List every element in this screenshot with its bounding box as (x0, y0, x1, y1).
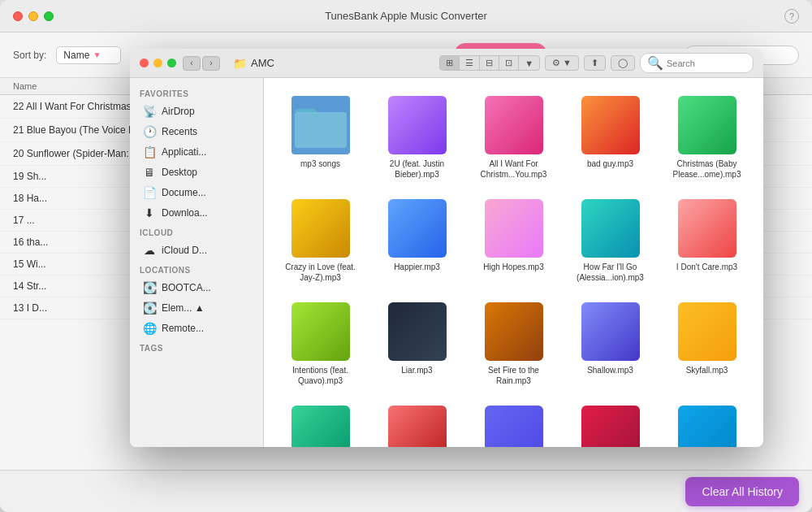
list-item[interactable]: Happier.mp3 (374, 194, 460, 288)
sidebar-item-label: Recents (162, 126, 197, 137)
file-name: Crazy in Love (feat. Jay-Z).mp3 (284, 262, 357, 283)
finder-files-grid: mp3 songs 2U (feat. Justin Bieber).mp3 A… (264, 78, 763, 447)
sort-value: Name (63, 50, 89, 61)
file-name: High Hopes.mp3 (483, 262, 543, 272)
finder-close-button[interactable] (140, 59, 149, 67)
list-item[interactable]: mp3 songs (277, 91, 364, 184)
title-bar: TunesBank Apple Music Converter ? (0, 0, 812, 33)
finder-toolbar-right: ⊞ ☰ ⊟ ⊡ ▼ ⚙ ▼ ⬆ ◯ 🔍 (439, 53, 754, 73)
list-item[interactable]: Sunflower (Spider-...se).mp3 (470, 401, 557, 447)
album-art (678, 96, 736, 154)
list-item[interactable]: Christmas (Baby Please...ome).mp3 (663, 91, 750, 184)
sort-label: Sort by: (13, 50, 46, 61)
finder-search-input[interactable] (667, 59, 756, 68)
tags-section-label: Tags (130, 339, 263, 355)
finder-icon-view[interactable]: ⊞ (440, 56, 460, 70)
airdrop-icon: 📡 (143, 105, 156, 118)
sidebar-item-label: AirDrop (162, 106, 195, 117)
list-item[interactable]: Intentions (feat. Quavo).mp3 (277, 297, 364, 391)
list-item[interactable]: Stay.mp3 (277, 401, 364, 447)
list-item[interactable]: Shallow.mp3 (567, 297, 654, 391)
list-item[interactable]: Crazy in Love (feat. Jay-Z).mp3 (277, 194, 364, 288)
sidebar-item-label: Elem... ▲ (162, 302, 205, 314)
traffic-lights (13, 11, 54, 21)
folder-thumbnail (292, 96, 350, 154)
finder-forward-button[interactable]: › (202, 56, 220, 71)
finder-window: ‹ › 📁 AMC ⊞ ☰ ⊟ ⊡ ▼ ⚙ ▼ ⬆ ◯ 🔍 (130, 49, 763, 447)
sidebar-item-icloud[interactable]: ☁ iCloud D... (133, 241, 260, 260)
finder-minimize-button[interactable] (153, 59, 162, 67)
sidebar-item-downloads[interactable]: ⬇ Downloa... (133, 203, 260, 223)
recents-icon: 🕐 (143, 125, 156, 138)
list-item[interactable]: Set Fire to the Rain.mp3 (470, 297, 557, 391)
file-name: bad guy.mp3 (587, 158, 633, 169)
album-art (581, 199, 640, 258)
sidebar-item-bootca[interactable]: 💽 BOOTCA... (133, 278, 260, 297)
list-item[interactable]: thank u, next.mp3 (567, 401, 654, 447)
sidebar-item-elements[interactable]: 💽 Elem... ▲ (133, 298, 260, 318)
close-button[interactable] (13, 11, 23, 21)
album-art (678, 199, 736, 258)
icloud-icon: ☁ (143, 244, 156, 257)
sidebar-item-airdrop[interactable]: 📡 AirDrop (133, 102, 260, 121)
file-name: Liar.mp3 (401, 365, 432, 375)
sort-select[interactable]: Name ▼ (56, 46, 121, 64)
album-art (485, 199, 543, 258)
list-item[interactable]: Strangers.mp3 (374, 401, 460, 447)
favorites-section-label: Favorites (130, 85, 263, 101)
finder-back-button[interactable]: ‹ (183, 56, 201, 71)
album-art (581, 302, 640, 361)
list-item[interactable]: How Far I'll Go (Alessia...ion).mp3 (567, 194, 654, 288)
finder-nav: ‹ › (183, 56, 220, 71)
album-art (292, 302, 350, 361)
sidebar-item-recents[interactable]: 🕐 Recents (133, 122, 260, 141)
sidebar-item-label: BOOTCA... (162, 282, 211, 293)
finder-tag-button[interactable]: ◯ (611, 55, 635, 71)
sidebar-item-documents[interactable]: 📄 Docume... (133, 183, 260, 202)
file-name: Intentions (feat. Quavo).mp3 (284, 365, 357, 386)
finder-gallery-view[interactable]: ⊡ (499, 56, 519, 70)
album-art (292, 199, 350, 258)
minimize-button[interactable] (28, 11, 38, 21)
list-item[interactable]: Welcome Back (feat. Al...ara).mp3 (663, 401, 750, 447)
list-item[interactable]: I Don't Care.mp3 (663, 194, 750, 288)
sidebar-item-label: iCloud D... (162, 245, 207, 256)
maximize-button[interactable] (44, 11, 54, 21)
list-item[interactable]: All I Want For Christm...You.mp3 (470, 91, 557, 184)
album-art (388, 96, 447, 154)
finder-action-button[interactable]: ⚙ ▼ (545, 55, 579, 71)
list-item[interactable]: High Hopes.mp3 (470, 194, 557, 288)
list-item[interactable]: Skyfall.mp3 (663, 297, 750, 391)
sidebar-item-applications[interactable]: 📋 Applicati... (133, 142, 260, 162)
album-art (388, 302, 447, 361)
sidebar-item-label: Docume... (162, 187, 206, 198)
icloud-section-label: iCloud (130, 223, 263, 240)
folder-icon: 📁 (233, 57, 247, 70)
file-name: 2U (feat. Justin Bieber).mp3 (381, 158, 454, 180)
finder-more-views[interactable]: ▼ (519, 57, 539, 70)
sidebar-item-remote[interactable]: 🌐 Remote... (133, 319, 260, 338)
file-name: Happier.mp3 (394, 262, 440, 272)
album-art (581, 406, 640, 447)
list-item[interactable]: 2U (feat. Justin Bieber).mp3 (374, 91, 460, 184)
list-item[interactable]: Liar.mp3 (374, 297, 460, 391)
main-window: TunesBank Apple Music Converter ? Sort b… (0, 0, 812, 512)
list-item[interactable]: bad guy.mp3 (567, 91, 654, 184)
finder-column-view[interactable]: ⊟ (480, 56, 499, 70)
album-art (485, 406, 543, 447)
album-art (388, 406, 447, 447)
finder-maximize-button[interactable] (167, 59, 176, 67)
file-name: mp3 songs (300, 158, 340, 169)
file-name: How Far I'll Go (Alessia...ion).mp3 (574, 262, 647, 283)
finder-folder-name: AMC (251, 57, 274, 69)
app-title: TunesBank Apple Music Converter (325, 10, 487, 22)
sidebar-item-desktop[interactable]: 🖥 Desktop (133, 163, 260, 182)
finder-list-view[interactable]: ☰ (460, 56, 480, 70)
help-button[interactable]: ? (784, 9, 799, 24)
bootca-icon: 💽 (143, 281, 156, 294)
album-art (485, 96, 543, 154)
finder-search-box[interactable]: 🔍 (640, 53, 754, 73)
clear-all-history-button[interactable]: Clear All History (685, 477, 799, 506)
file-name: All I Want For Christm...You.mp3 (477, 158, 551, 180)
finder-share-button[interactable]: ⬆ (584, 55, 606, 71)
